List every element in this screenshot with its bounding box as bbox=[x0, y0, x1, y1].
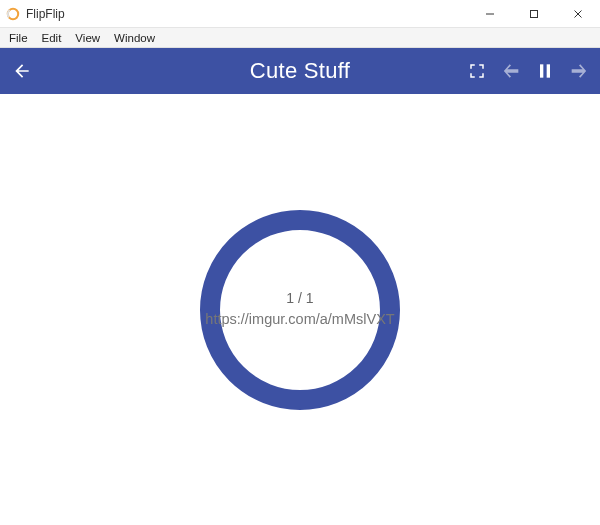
menu-file[interactable]: File bbox=[2, 28, 35, 47]
svg-rect-6 bbox=[540, 64, 543, 77]
back-button[interactable] bbox=[0, 48, 44, 94]
prev-button[interactable] bbox=[494, 48, 528, 94]
maximize-button[interactable] bbox=[512, 0, 556, 27]
next-button[interactable] bbox=[562, 48, 596, 94]
window-title: FlipFlip bbox=[26, 7, 65, 21]
fullscreen-icon bbox=[468, 62, 486, 80]
arrow-left-icon bbox=[500, 60, 522, 82]
pause-icon bbox=[535, 61, 555, 81]
svg-rect-3 bbox=[531, 10, 538, 17]
window-controls bbox=[468, 0, 600, 27]
close-button[interactable] bbox=[556, 0, 600, 27]
appbar: Cute Stuff bbox=[0, 48, 600, 94]
play-pause-button[interactable] bbox=[528, 48, 562, 94]
loading-url: https://imgur.com/a/mMslVXT bbox=[205, 310, 394, 330]
window-titlebar: FlipFlip bbox=[0, 0, 600, 28]
menu-edit[interactable]: Edit bbox=[35, 28, 69, 47]
arrow-right-icon bbox=[568, 60, 590, 82]
app-icon bbox=[6, 7, 20, 21]
menu-window[interactable]: Window bbox=[107, 28, 162, 47]
menubar: File Edit View Window bbox=[0, 28, 600, 48]
content-area: 1 / 1 https://imgur.com/a/mMslVXT bbox=[0, 94, 600, 525]
minimize-button[interactable] bbox=[468, 0, 512, 27]
fullscreen-button[interactable] bbox=[460, 48, 494, 94]
menu-view[interactable]: View bbox=[68, 28, 107, 47]
loading-indicator: 1 / 1 https://imgur.com/a/mMslVXT bbox=[195, 205, 405, 415]
svg-rect-7 bbox=[547, 64, 550, 77]
loading-count: 1 / 1 bbox=[205, 289, 394, 308]
scene-title: Cute Stuff bbox=[250, 58, 350, 84]
loading-status: 1 / 1 https://imgur.com/a/mMslVXT bbox=[205, 289, 394, 329]
